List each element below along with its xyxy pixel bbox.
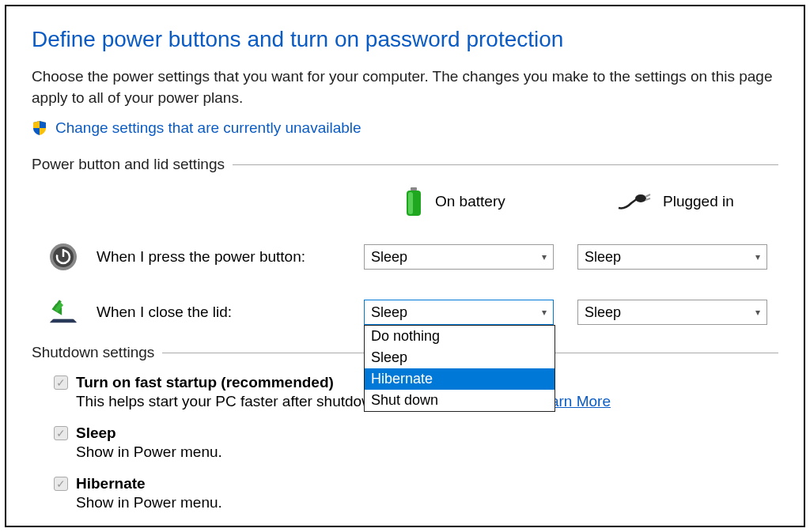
sleep-title: Sleep	[76, 424, 116, 442]
svg-point-3	[635, 194, 646, 202]
sleep-desc: Show in Power menu.	[76, 443, 778, 461]
column-header-plugged: Plugged in	[577, 192, 791, 211]
page-title: Define power buttons and turn on passwor…	[32, 27, 778, 52]
dropdown-option-hibernate[interactable]: Hibernate	[365, 368, 555, 390]
hibernate-desc: Show in Power menu.	[76, 494, 778, 511]
hibernate-title: Hibernate	[76, 475, 146, 492]
dropdown-option-do-nothing[interactable]: Do nothing	[365, 326, 555, 347]
shutdown-hibernate: ✓ Hibernate Show in Power menu.	[54, 475, 778, 511]
column-header-battery: On battery	[364, 186, 577, 217]
section-label: Shutdown settings	[32, 344, 154, 361]
power-button-plugged-select[interactable]: Sleep ▾	[577, 244, 767, 270]
column-label: Plugged in	[663, 193, 734, 210]
sleep-checkbox[interactable]: ✓	[54, 426, 68, 440]
close-lid-plugged-select[interactable]: Sleep ▾	[577, 300, 767, 325]
shield-icon	[32, 120, 47, 136]
chevron-down-icon: ▾	[542, 307, 547, 318]
dropdown-option-sleep[interactable]: Sleep	[365, 347, 555, 368]
power-settings-grid: On battery Plugged in	[47, 186, 778, 328]
power-button-icon	[47, 241, 79, 273]
power-button-battery-select[interactable]: Sleep ▾	[364, 244, 554, 270]
select-value: Sleep	[371, 249, 407, 266]
fast-startup-title: Turn on fast startup (recommended)	[76, 374, 334, 391]
laptop-lid-icon	[47, 296, 79, 328]
chevron-down-icon: ▾	[542, 251, 547, 262]
shutdown-sleep: ✓ Sleep Show in Power menu.	[54, 424, 778, 461]
battery-icon	[403, 186, 424, 217]
svg-rect-2	[408, 192, 413, 214]
dropdown-menu: Do nothing Sleep Hibernate Shut down	[364, 325, 555, 412]
close-lid-battery-select[interactable]: Sleep ▾ Do nothing Sleep Hibernate Shut …	[364, 300, 554, 325]
column-label: On battery	[435, 193, 505, 210]
page-description: Choose the power settings that you want …	[32, 66, 778, 108]
chevron-down-icon: ▾	[755, 307, 760, 318]
power-options-panel: Define power buttons and turn on passwor…	[5, 5, 805, 527]
dropdown-option-shut-down[interactable]: Shut down	[365, 390, 555, 411]
row-close-lid: When I close the lid:	[47, 296, 364, 328]
select-value: Sleep	[585, 249, 621, 266]
select-value: Sleep	[371, 304, 407, 321]
hibernate-checkbox[interactable]: ✓	[54, 477, 68, 491]
svg-rect-0	[411, 187, 417, 191]
section-power-button-lid: Power button and lid settings	[32, 156, 778, 173]
change-settings-link[interactable]: Change settings that are currently unava…	[55, 119, 361, 137]
divider	[233, 164, 778, 165]
svg-line-4	[645, 194, 650, 197]
change-settings-row: Change settings that are currently unava…	[32, 119, 778, 137]
fast-startup-checkbox[interactable]: ✓	[54, 375, 68, 390]
section-label: Power button and lid settings	[32, 156, 225, 173]
row-label-text: When I close the lid:	[97, 304, 232, 321]
select-value: Sleep	[585, 304, 621, 321]
chevron-down-icon: ▾	[755, 251, 760, 262]
row-power-button: When I press the power button:	[47, 241, 364, 273]
row-label-text: When I press the power button:	[97, 248, 305, 266]
plug-icon	[617, 192, 652, 211]
